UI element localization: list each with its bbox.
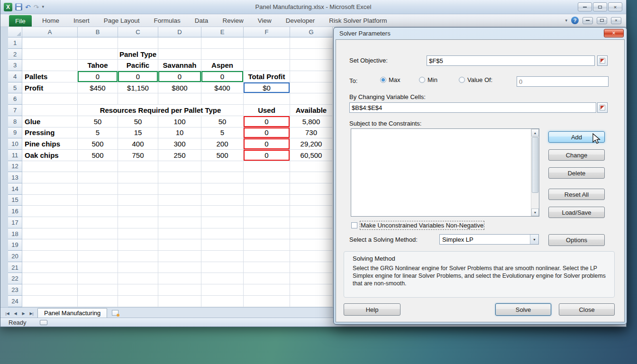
cell-C8[interactable]: 50: [118, 116, 158, 127]
objective-range-selector-icon[interactable]: [597, 55, 608, 66]
cell-B1[interactable]: [78, 37, 118, 49]
cell-A6[interactable]: [22, 93, 78, 105]
cell-A17[interactable]: [22, 217, 78, 228]
column-header-G[interactable]: G: [290, 27, 333, 37]
row-header-17[interactable]: 17: [8, 217, 22, 228]
minimize-button[interactable]: [578, 2, 592, 11]
cell-C11[interactable]: 750: [118, 150, 158, 161]
cell-E17[interactable]: [201, 217, 244, 228]
row-header-1[interactable]: 1: [8, 37, 22, 49]
cell-F19[interactable]: [244, 239, 290, 251]
cell-B17[interactable]: [78, 217, 118, 228]
changing-cells-input[interactable]: [349, 102, 596, 113]
cell-A11[interactable]: Oak chips: [22, 150, 78, 161]
cell-B4[interactable]: 0: [78, 71, 118, 82]
last-sheet-icon[interactable]: ▶|: [27, 309, 36, 318]
max-radio[interactable]: Max: [380, 76, 400, 83]
scroll-up-icon[interactable]: ▲: [531, 129, 539, 136]
cell-B12[interactable]: [78, 161, 118, 173]
ribbon-tab-insert[interactable]: Insert: [73, 17, 90, 24]
cell-G1[interactable]: [290, 37, 333, 49]
cell-F3[interactable]: [244, 60, 290, 71]
cell-A2[interactable]: [22, 49, 78, 60]
row-header-11[interactable]: 11: [8, 150, 22, 161]
macro-record-icon[interactable]: [40, 320, 47, 325]
cell-A13[interactable]: [22, 172, 78, 183]
cell-B18[interactable]: [78, 228, 118, 240]
cell-F1[interactable]: [244, 37, 290, 49]
cell-B14[interactable]: [78, 183, 118, 195]
row-header-22[interactable]: 22: [8, 273, 22, 284]
cell-D14[interactable]: [158, 183, 201, 195]
cell-G12[interactable]: [290, 161, 333, 173]
row-header-13[interactable]: 13: [8, 172, 22, 183]
cell-A22[interactable]: [22, 273, 78, 284]
ribbon-tab-file[interactable]: File: [9, 15, 32, 27]
cell-C18[interactable]: [118, 228, 158, 240]
objective-input[interactable]: [427, 55, 595, 66]
cell-E22[interactable]: [201, 273, 244, 284]
cell-C19[interactable]: [118, 239, 158, 251]
cell-D15[interactable]: [158, 195, 201, 206]
ribbon-tab-review[interactable]: Review: [222, 17, 243, 24]
row-header-21[interactable]: 21: [8, 262, 22, 273]
ribbon-minimize-icon[interactable]: ▾: [565, 18, 567, 23]
cell-G10[interactable]: 29,200: [290, 138, 333, 150]
cell-C12[interactable]: [118, 161, 158, 173]
cell-A12[interactable]: [22, 161, 78, 173]
insert-sheet-icon[interactable]: [112, 310, 118, 316]
cell-B23[interactable]: [78, 284, 118, 296]
cell-A7[interactable]: [22, 105, 78, 116]
cell-G7[interactable]: Available: [290, 105, 333, 116]
delete-button[interactable]: Delete: [548, 167, 605, 179]
cell-D21[interactable]: [158, 262, 201, 273]
cell-E13[interactable]: [201, 172, 244, 183]
cell-G2[interactable]: [290, 49, 333, 60]
cell-A14[interactable]: [22, 183, 78, 195]
cell-E4[interactable]: 0: [201, 71, 244, 82]
cell-B2[interactable]: [78, 49, 118, 60]
cell-B11[interactable]: 500: [78, 150, 118, 161]
cell-D11[interactable]: 250: [158, 150, 201, 161]
qat-dropdown-icon[interactable]: ▾: [42, 5, 44, 9]
constraints-scrollbar[interactable]: ▲ ▼: [531, 129, 539, 216]
cell-B10[interactable]: 500: [78, 138, 118, 150]
cell-A20[interactable]: [22, 251, 78, 262]
cell-A1[interactable]: [22, 37, 78, 49]
ribbon-tab-risk-solver-platform[interactable]: Risk Solver Platform: [329, 17, 387, 24]
workbook-restore-button[interactable]: [597, 17, 607, 24]
cell-D19[interactable]: [158, 239, 201, 251]
cell-B7[interactable]: Resources Required per Pallet Type: [78, 105, 244, 116]
cell-G17[interactable]: [290, 217, 333, 228]
cell-C6[interactable]: [118, 93, 158, 105]
cell-E9[interactable]: 5: [201, 127, 244, 139]
ribbon-tab-data[interactable]: Data: [195, 17, 209, 24]
cell-F4[interactable]: Total Profit: [244, 71, 290, 82]
non-negative-checkbox[interactable]: [351, 222, 357, 228]
cell-D16[interactable]: [158, 206, 201, 217]
cell-B24[interactable]: [78, 296, 118, 307]
column-header-D[interactable]: D: [158, 27, 201, 37]
cell-F22[interactable]: [244, 273, 290, 284]
cell-A24[interactable]: [22, 296, 78, 307]
value-of-input[interactable]: [517, 76, 609, 87]
cell-A4[interactable]: Pallets: [22, 71, 78, 82]
cell-D2[interactable]: [158, 49, 201, 60]
cell-F23[interactable]: [244, 284, 290, 296]
help-icon[interactable]: ?: [571, 17, 579, 24]
cell-G4[interactable]: [290, 71, 333, 82]
ribbon-tab-developer[interactable]: Developer: [286, 17, 315, 24]
cell-F9[interactable]: 0: [244, 127, 290, 139]
cell-B22[interactable]: [78, 273, 118, 284]
dialog-title-bar[interactable]: Solver Parameters ×: [336, 27, 625, 39]
cell-D9[interactable]: 10: [158, 127, 201, 139]
row-header-23[interactable]: 23: [8, 284, 22, 296]
cell-A15[interactable]: [22, 195, 78, 206]
cell-E16[interactable]: [201, 206, 244, 217]
ribbon-tab-home[interactable]: Home: [42, 17, 59, 24]
cell-F15[interactable]: [244, 195, 290, 206]
cell-G20[interactable]: [290, 251, 333, 262]
cell-C9[interactable]: 15: [118, 127, 158, 139]
min-radio[interactable]: Min: [419, 76, 437, 83]
row-header-5[interactable]: 5: [8, 82, 22, 94]
